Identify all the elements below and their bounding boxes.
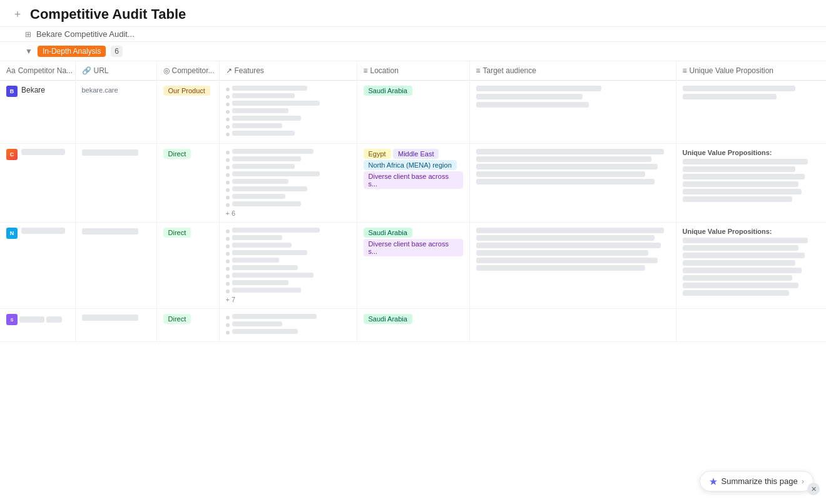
table-row: B Bekare bekare.care Our Product xyxy=(0,81,826,144)
feature-item xyxy=(226,329,350,335)
location-badge: Saudi Arabia xyxy=(364,86,412,96)
cell-features: + 6 xyxy=(219,144,357,223)
feature-item xyxy=(226,314,350,320)
cell-competitor-name: S xyxy=(0,309,75,342)
uvp-title: Unique Value Propositions: xyxy=(683,149,820,156)
feature-item xyxy=(226,201,350,207)
cell-type: Our Product xyxy=(156,81,219,144)
summarize-chevron: › xyxy=(802,476,804,486)
cell-features: + 7 xyxy=(219,223,357,309)
audit-table: Aa Competitor Na... 🔗 URL ◎ Competitor..… xyxy=(0,61,826,342)
plus-more: + 7 xyxy=(226,296,350,303)
summarize-label: Summarize this page xyxy=(721,476,798,486)
table-row: S Direct S xyxy=(0,309,826,342)
cell-audience xyxy=(469,81,676,144)
location-badge: Saudi Arabia xyxy=(364,228,412,238)
feature-item xyxy=(226,86,350,91)
cell-features xyxy=(219,81,357,144)
close-summarize-button[interactable]: ✕ xyxy=(807,483,820,495)
col-header-type: ◎ Competitor... xyxy=(156,61,219,81)
filter-bar: ▼ In-Depth Analysis 6 xyxy=(0,42,826,61)
cell-uvp: Unique Value Propositions: xyxy=(676,144,826,223)
table-icon: ⊞ xyxy=(25,30,31,39)
cell-type: Direct xyxy=(156,223,219,309)
plus-more: + 6 xyxy=(226,209,350,217)
feature-item xyxy=(226,243,350,248)
feature-item xyxy=(226,116,350,121)
uvp-title: Unique Value Propositions: xyxy=(683,228,820,235)
location-badge: Diverse client base across s... xyxy=(364,171,463,189)
cell-url: bekare.care xyxy=(75,81,156,144)
type-badge: Direct xyxy=(163,149,191,159)
feature-item xyxy=(226,101,350,106)
location-badge: Diverse client base across s... xyxy=(364,239,463,256)
feature-item xyxy=(226,321,350,327)
url-blurred xyxy=(82,149,138,156)
feature-item xyxy=(226,179,350,184)
feature-item xyxy=(226,258,350,263)
filter-icon: ▼ xyxy=(25,47,33,56)
type-badge: Direct xyxy=(163,228,191,238)
summarize-button[interactable]: Summarize this page › xyxy=(700,471,813,491)
page-title: Competitive Audit Table xyxy=(30,6,186,23)
col-header-location: ≡ Location xyxy=(357,61,469,81)
avatar: B xyxy=(6,86,18,97)
avatar: S xyxy=(6,314,18,325)
cell-uvp: Unique Value Propositions: xyxy=(676,223,826,309)
table-row: N Direct xyxy=(0,223,826,309)
cell-location: Saudi Arabia Diverse client base across … xyxy=(357,223,469,309)
cell-location: Egypt Middle East North Africa (MENA) re… xyxy=(357,144,469,223)
cell-uvp xyxy=(676,81,826,144)
location-badge: North Africa (MENA) region xyxy=(364,160,457,170)
cell-audience xyxy=(469,144,676,223)
location-badge: Middle East xyxy=(393,149,439,159)
feature-item xyxy=(226,288,350,293)
feature-item xyxy=(226,123,350,129)
feature-item xyxy=(226,273,350,278)
col-header-uvp: ≡ Unique Value Proposition xyxy=(676,61,826,81)
cell-type: Direct xyxy=(156,309,219,342)
cell-location: Saudi Arabia xyxy=(357,81,469,144)
sub-header: ⊞ Bekare Competitive Audit... xyxy=(0,27,826,42)
col-icon-lines: ≡ xyxy=(364,66,368,75)
feature-item xyxy=(226,108,350,114)
location-badge: Egypt xyxy=(364,149,391,159)
cell-competitor-name: B Bekare xyxy=(0,81,75,144)
cell-location: Saudi Arabia xyxy=(357,309,469,342)
col-icon-lines2: ≡ xyxy=(476,66,481,75)
feature-item xyxy=(226,171,350,177)
sub-header-text: Bekare Competitive Audit... xyxy=(36,29,135,39)
col-icon-lines3: ≡ xyxy=(683,66,687,75)
feature-item xyxy=(226,228,350,233)
col-icon-text: Aa xyxy=(6,66,16,75)
cell-audience xyxy=(469,309,676,342)
url-blurred xyxy=(82,228,138,234)
table-row: C Direct xyxy=(0,144,826,223)
cell-audience xyxy=(469,223,676,309)
cell-url xyxy=(75,309,156,342)
type-badge: Direct xyxy=(163,314,191,324)
table-container: Aa Competitor Na... 🔗 URL ◎ Competitor..… xyxy=(0,61,826,500)
feature-item xyxy=(226,250,350,256)
feature-item xyxy=(226,186,350,192)
feature-item xyxy=(226,149,350,154)
feature-item xyxy=(226,156,350,162)
col-icon-arrow: ↗ xyxy=(226,66,232,75)
feature-item xyxy=(226,164,350,169)
type-badge: Our Product xyxy=(163,86,210,96)
cell-url xyxy=(75,144,156,223)
avatar: N xyxy=(6,228,18,239)
avatar: C xyxy=(6,149,18,160)
add-page-button[interactable]: + xyxy=(10,7,25,22)
cell-uvp xyxy=(676,309,826,342)
location-badge: Saudi Arabia xyxy=(364,314,412,324)
table-header-row: Aa Competitor Na... 🔗 URL ◎ Competitor..… xyxy=(0,61,826,81)
url-blurred xyxy=(82,315,138,321)
cell-competitor-name: N xyxy=(0,223,75,309)
cell-type: Direct xyxy=(156,144,219,223)
competitor-name-blurred xyxy=(21,149,65,155)
cell-competitor-name: C xyxy=(0,144,75,223)
col-icon-circle: ◎ xyxy=(163,66,170,75)
feature-item xyxy=(226,194,350,199)
filter-tag[interactable]: In-Depth Analysis xyxy=(38,46,106,57)
